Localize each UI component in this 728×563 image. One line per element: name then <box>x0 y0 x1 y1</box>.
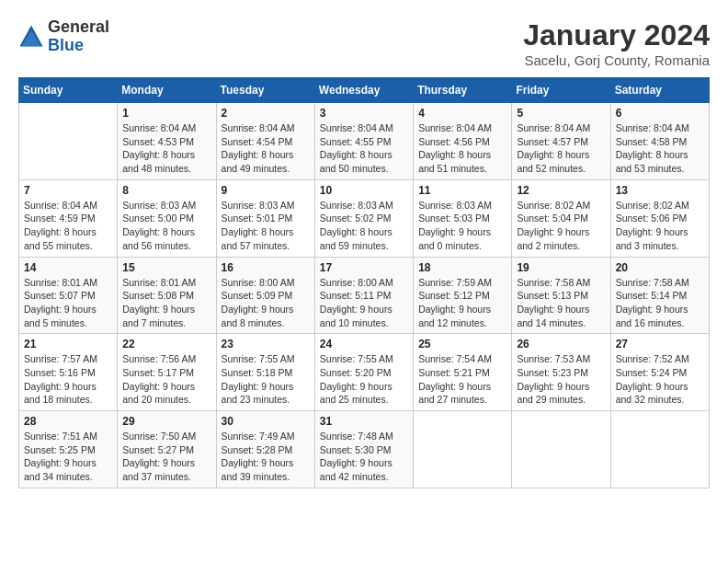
calendar-cell: 25Sunrise: 7:54 AM Sunset: 5:21 PM Dayli… <box>414 334 512 411</box>
calendar-cell <box>414 411 512 488</box>
day-info: Sunrise: 7:58 AM Sunset: 5:14 PM Dayligh… <box>616 276 704 330</box>
day-number: 24 <box>320 338 408 350</box>
calendar-cell: 27Sunrise: 7:52 AM Sunset: 5:24 PM Dayli… <box>610 334 709 411</box>
calendar-cell: 5Sunrise: 8:04 AM Sunset: 4:57 PM Daylig… <box>512 103 610 180</box>
calendar-cell: 17Sunrise: 8:00 AM Sunset: 5:11 PM Dayli… <box>314 257 413 334</box>
calendar-cell: 4Sunrise: 8:04 AM Sunset: 4:56 PM Daylig… <box>414 103 512 180</box>
calendar-cell: 10Sunrise: 8:03 AM Sunset: 5:02 PM Dayli… <box>314 179 413 257</box>
day-number: 3 <box>320 107 408 120</box>
weekday-header-row: SundayMondayTuesdayWednesdayThursdayFrid… <box>19 78 710 103</box>
day-info: Sunrise: 8:04 AM Sunset: 4:59 PM Dayligh… <box>24 199 112 253</box>
calendar-cell: 2Sunrise: 8:04 AM Sunset: 4:54 PM Daylig… <box>216 103 314 180</box>
calendar-cell: 19Sunrise: 7:58 AM Sunset: 5:13 PM Dayli… <box>512 257 610 334</box>
day-info: Sunrise: 8:04 AM Sunset: 4:55 PM Dayligh… <box>320 121 408 176</box>
day-number: 17 <box>320 261 408 274</box>
day-number: 8 <box>122 184 210 197</box>
day-info: Sunrise: 7:56 AM Sunset: 5:17 PM Dayligh… <box>122 352 210 407</box>
day-info: Sunrise: 8:04 AM Sunset: 4:56 PM Dayligh… <box>418 121 506 176</box>
day-info: Sunrise: 8:01 AM Sunset: 5:08 PM Dayligh… <box>122 276 210 330</box>
calendar-cell: 15Sunrise: 8:01 AM Sunset: 5:08 PM Dayli… <box>118 257 216 334</box>
logo-general-text: General <box>48 18 109 37</box>
day-info: Sunrise: 8:04 AM Sunset: 4:53 PM Dayligh… <box>122 121 210 176</box>
day-info: Sunrise: 7:57 AM Sunset: 5:16 PM Dayligh… <box>24 352 112 407</box>
calendar-cell: 18Sunrise: 7:59 AM Sunset: 5:12 PM Dayli… <box>414 257 512 334</box>
calendar-cell: 29Sunrise: 7:50 AM Sunset: 5:27 PM Dayli… <box>118 411 216 488</box>
day-info: Sunrise: 8:01 AM Sunset: 5:07 PM Dayligh… <box>24 276 112 330</box>
day-number: 12 <box>517 184 605 197</box>
day-info: Sunrise: 8:02 AM Sunset: 5:06 PM Dayligh… <box>616 199 704 253</box>
day-number: 20 <box>616 261 704 274</box>
calendar-cell: 28Sunrise: 7:51 AM Sunset: 5:25 PM Dayli… <box>19 411 118 488</box>
calendar-cell: 6Sunrise: 8:04 AM Sunset: 4:58 PM Daylig… <box>610 103 709 180</box>
calendar-cell: 7Sunrise: 8:04 AM Sunset: 4:59 PM Daylig… <box>19 179 118 257</box>
day-number: 9 <box>222 184 310 197</box>
calendar-week-row: 1Sunrise: 8:04 AM Sunset: 4:53 PM Daylig… <box>19 103 710 180</box>
day-number: 31 <box>320 415 408 428</box>
day-info: Sunrise: 8:03 AM Sunset: 5:03 PM Dayligh… <box>418 199 506 253</box>
day-info: Sunrise: 7:51 AM Sunset: 5:25 PM Dayligh… <box>24 430 112 484</box>
day-number: 1 <box>122 107 210 120</box>
weekday-header-saturday: Saturday <box>610 78 709 103</box>
day-info: Sunrise: 8:03 AM Sunset: 5:00 PM Dayligh… <box>122 199 210 253</box>
day-info: Sunrise: 7:50 AM Sunset: 5:27 PM Dayligh… <box>122 430 210 484</box>
day-number: 18 <box>418 261 506 274</box>
weekday-header-tuesday: Tuesday <box>216 78 314 103</box>
day-info: Sunrise: 8:00 AM Sunset: 5:09 PM Dayligh… <box>222 276 310 330</box>
weekday-header-wednesday: Wednesday <box>314 78 413 103</box>
logo-icon <box>18 24 44 50</box>
calendar-cell: 30Sunrise: 7:49 AM Sunset: 5:28 PM Dayli… <box>216 411 314 488</box>
calendar-cell: 16Sunrise: 8:00 AM Sunset: 5:09 PM Dayli… <box>216 257 314 334</box>
day-info: Sunrise: 8:02 AM Sunset: 5:04 PM Dayligh… <box>517 199 605 253</box>
day-info: Sunrise: 8:03 AM Sunset: 5:02 PM Dayligh… <box>320 199 408 253</box>
day-number: 26 <box>517 338 605 350</box>
calendar-cell: 24Sunrise: 7:55 AM Sunset: 5:20 PM Dayli… <box>314 334 413 411</box>
weekday-header-thursday: Thursday <box>414 78 512 103</box>
calendar-week-row: 21Sunrise: 7:57 AM Sunset: 5:16 PM Dayli… <box>19 334 710 411</box>
day-info: Sunrise: 7:59 AM Sunset: 5:12 PM Dayligh… <box>418 276 506 330</box>
day-number: 7 <box>24 184 112 197</box>
logo-blue-text: Blue <box>48 37 109 55</box>
day-number: 29 <box>122 415 210 428</box>
day-number: 4 <box>418 107 506 120</box>
day-number: 27 <box>616 338 704 350</box>
day-info: Sunrise: 7:49 AM Sunset: 5:28 PM Dayligh… <box>222 430 310 484</box>
calendar-cell: 8Sunrise: 8:03 AM Sunset: 5:00 PM Daylig… <box>118 179 216 257</box>
day-number: 28 <box>24 415 112 428</box>
weekday-header-sunday: Sunday <box>19 78 118 103</box>
calendar-cell: 20Sunrise: 7:58 AM Sunset: 5:14 PM Dayli… <box>610 257 709 334</box>
calendar-cell: 11Sunrise: 8:03 AM Sunset: 5:03 PM Dayli… <box>414 179 512 257</box>
weekday-header-friday: Friday <box>512 78 610 103</box>
calendar-cell: 14Sunrise: 8:01 AM Sunset: 5:07 PM Dayli… <box>19 257 118 334</box>
page-title: January 2024 <box>523 18 710 52</box>
calendar-week-row: 14Sunrise: 8:01 AM Sunset: 5:07 PM Dayli… <box>19 257 710 334</box>
calendar-cell: 1Sunrise: 8:04 AM Sunset: 4:53 PM Daylig… <box>118 103 216 180</box>
day-info: Sunrise: 7:58 AM Sunset: 5:13 PM Dayligh… <box>517 276 605 330</box>
day-number: 15 <box>122 261 210 274</box>
day-number: 25 <box>418 338 506 350</box>
logo: General Blue <box>18 18 109 55</box>
calendar-cell: 9Sunrise: 8:03 AM Sunset: 5:01 PM Daylig… <box>216 179 314 257</box>
calendar-cell: 3Sunrise: 8:04 AM Sunset: 4:55 PM Daylig… <box>314 103 413 180</box>
calendar-cell <box>512 411 610 488</box>
calendar-cell <box>610 411 709 488</box>
day-info: Sunrise: 7:48 AM Sunset: 5:30 PM Dayligh… <box>320 430 408 484</box>
day-number: 6 <box>616 107 704 120</box>
day-info: Sunrise: 7:52 AM Sunset: 5:24 PM Dayligh… <box>616 352 704 407</box>
day-number: 2 <box>222 107 310 120</box>
day-info: Sunrise: 7:55 AM Sunset: 5:20 PM Dayligh… <box>320 352 408 407</box>
day-number: 21 <box>24 338 112 350</box>
day-number: 30 <box>222 415 310 428</box>
calendar-cell: 21Sunrise: 7:57 AM Sunset: 5:16 PM Dayli… <box>19 334 118 411</box>
calendar-week-row: 7Sunrise: 8:04 AM Sunset: 4:59 PM Daylig… <box>19 179 710 257</box>
day-number: 23 <box>222 338 310 350</box>
page-header: General Blue January 2024 Sacelu, Gorj C… <box>18 18 710 68</box>
day-info: Sunrise: 8:04 AM Sunset: 4:54 PM Dayligh… <box>222 121 310 176</box>
day-number: 13 <box>616 184 704 197</box>
day-number: 16 <box>222 261 310 274</box>
calendar-cell: 26Sunrise: 7:53 AM Sunset: 5:23 PM Dayli… <box>512 334 610 411</box>
calendar-cell: 13Sunrise: 8:02 AM Sunset: 5:06 PM Dayli… <box>610 179 709 257</box>
day-number: 5 <box>517 107 605 120</box>
calendar-cell: 31Sunrise: 7:48 AM Sunset: 5:30 PM Dayli… <box>314 411 413 488</box>
day-info: Sunrise: 8:00 AM Sunset: 5:11 PM Dayligh… <box>320 276 408 330</box>
day-number: 10 <box>320 184 408 197</box>
